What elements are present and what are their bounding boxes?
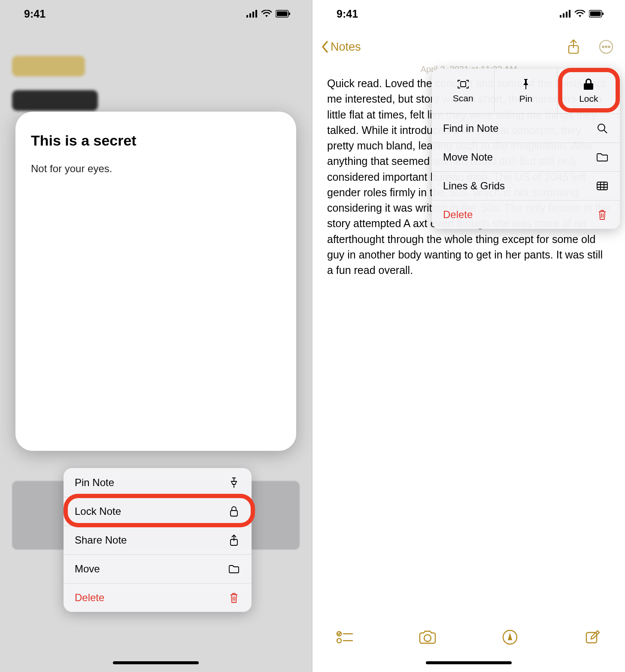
left-screenshot: 9:41 This is a secret Not for your eyes.… [0,0,312,672]
svg-rect-12 [569,10,570,18]
svg-rect-3 [255,10,257,18]
svg-rect-7 [231,511,237,516]
search-icon [596,123,609,134]
menu-item-label: Move [75,563,100,575]
svg-point-26 [337,639,341,643]
battery-icon [589,10,604,18]
svg-rect-0 [246,15,248,18]
compose-icon [585,629,601,645]
lock-icon [228,506,240,517]
svg-rect-2 [252,12,254,18]
status-bar: 9:41 [0,0,312,27]
svg-rect-24 [597,182,607,190]
menu-item-move[interactable]: Move [64,554,252,583]
status-icons [560,10,604,18]
nav-bar: Notes [312,27,625,66]
camera-button[interactable] [417,626,438,648]
markup-button[interactable] [499,626,521,648]
battery-icon [276,10,291,18]
back-button[interactable]: Notes [321,40,361,54]
folder-icon [596,152,609,162]
svg-rect-15 [602,12,604,15]
wifi-icon [574,10,586,18]
trash-icon [228,592,240,603]
folder-icon [228,564,240,574]
svg-rect-14 [590,12,601,16]
svg-rect-11 [566,12,567,18]
markup-icon [502,629,518,645]
svg-rect-10 [563,13,564,18]
svg-rect-9 [560,15,561,18]
note-title: This is a secret [31,132,281,149]
popover-delete[interactable]: Delete [432,200,620,229]
trash-icon [596,209,609,220]
chevron-left-icon [321,40,329,53]
note-preview-card: This is a secret Not for your eyes. [15,112,296,451]
svg-point-19 [605,46,607,48]
home-indicator [426,661,512,664]
popover-list: Find in Note Move Note Lines & Grids Del… [432,114,620,229]
note-body: Not for your eyes. [31,163,281,175]
menu-item-label: Lock Note [75,505,121,517]
menu-item-lock-note[interactable]: Lock Note [64,497,252,526]
share-icon [567,39,580,55]
pin-icon [521,78,531,90]
svg-point-23 [598,124,605,131]
right-screenshot: 9:41 Notes April 2, 2021 at 11:32 AM Qui… [312,0,625,672]
share-button[interactable] [563,36,584,57]
svg-point-27 [424,635,431,642]
popover-lines-grids[interactable]: Lines & Grids [432,171,620,200]
popover-find-in-note[interactable]: Find in Note [432,114,620,143]
menu-item-label: Find in Note [443,122,498,134]
menu-item-share-note[interactable]: Share Note [64,526,252,554]
bottom-toolbar [312,618,625,657]
svg-rect-1 [249,13,251,18]
more-button[interactable] [596,36,616,57]
popover-move-note[interactable]: Move Note [432,143,620,171]
status-icons [246,10,291,18]
menu-item-label: Move Note [443,151,493,163]
svg-point-20 [608,46,610,48]
menu-item-label: Lines & Grids [443,180,505,192]
ellipsis-circle-icon [598,39,614,55]
svg-rect-22 [525,85,526,89]
svg-point-18 [602,46,604,48]
context-menu: Pin Note Lock Note Share Note Move Delet… [64,468,252,612]
menu-item-delete[interactable]: Delete [64,583,252,612]
popover-pin[interactable]: Pin [494,69,557,113]
more-popover: Scan Pin Lock Find in Note Move Note [432,69,620,229]
popover-lock[interactable]: Lock [557,69,620,113]
status-bar: 9:41 [312,0,625,27]
svg-rect-5 [277,12,288,16]
popover-label: Pin [519,94,532,104]
popover-label: Scan [453,93,473,103]
menu-item-label: Delete [443,209,473,221]
svg-rect-6 [289,12,290,15]
wifi-icon [261,10,272,18]
menu-item-label: Share Note [75,534,127,546]
grid-icon [596,181,609,191]
compose-button[interactable] [582,626,604,648]
popover-label: Lock [579,94,598,104]
checklist-button[interactable] [334,626,355,648]
cellular-icon [246,10,258,18]
popover-scan[interactable]: Scan [432,69,494,113]
cellular-icon [560,10,571,18]
scan-icon [457,79,470,90]
status-time: 9:41 [24,8,46,20]
home-indicator [113,661,199,664]
popover-top-row: Scan Pin Lock [432,69,620,114]
menu-item-pin-note[interactable]: Pin Note [64,468,252,497]
camera-icon [418,629,437,645]
svg-rect-21 [461,82,466,87]
pin-icon [228,477,240,488]
checklist-icon [336,630,353,645]
share-icon [228,534,240,546]
back-label: Notes [331,40,361,54]
status-time: 9:41 [337,8,358,20]
menu-item-label: Delete [75,592,104,604]
menu-item-label: Pin Note [75,477,114,489]
lock-icon [583,78,594,90]
